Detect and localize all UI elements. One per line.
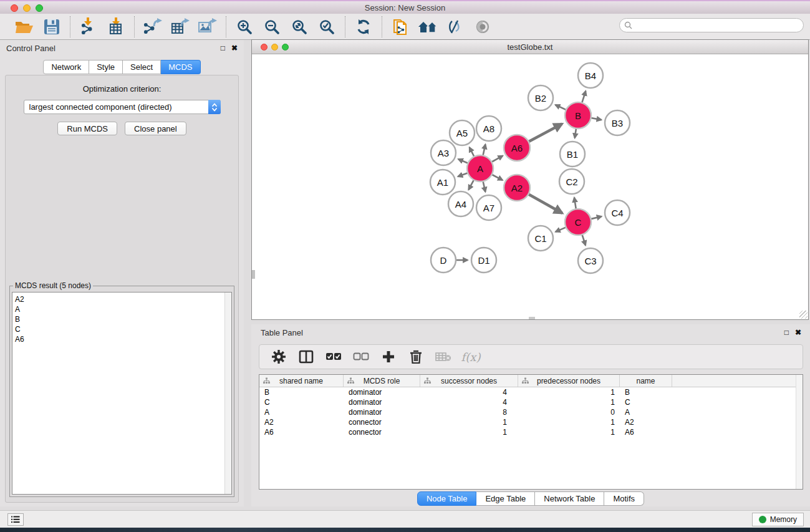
memory-button[interactable]: Memory	[752, 513, 804, 526]
tab-node-table[interactable]: Node Table	[417, 491, 477, 506]
table-row[interactable]: A2connector11A2	[259, 417, 803, 427]
search-box[interactable]	[619, 18, 804, 32]
edge-A6-B[interactable]	[529, 124, 562, 142]
deselect-all-button[interactable]	[352, 347, 370, 366]
column-header-shared-name[interactable]: shared name	[259, 375, 344, 387]
graph-node-B4[interactable]: B4	[578, 63, 603, 88]
column-header-successor-nodes[interactable]: successor nodes	[420, 375, 518, 387]
graph-node-C1[interactable]: C1	[528, 226, 553, 251]
edge-B-B4[interactable]	[582, 91, 586, 103]
tab-select[interactable]: Select	[123, 60, 161, 74]
mcds-result-item[interactable]: B	[15, 314, 231, 324]
column-header-name[interactable]: name	[620, 375, 672, 387]
zoom-fit-button[interactable]	[287, 16, 311, 38]
tab-edge-table[interactable]: Edge Table	[476, 491, 535, 506]
edge-B-B1[interactable]	[575, 128, 576, 138]
edge-B-B2[interactable]	[556, 105, 566, 110]
tab-network-table[interactable]: Network Table	[535, 491, 604, 506]
table-scrollbar[interactable]	[796, 375, 803, 489]
save-session-button[interactable]	[40, 16, 64, 38]
network-window-titlebar[interactable]: testGlobe.txt	[252, 40, 808, 54]
graph-node-A2[interactable]: A2	[504, 175, 530, 201]
edge-B-B3[interactable]	[591, 118, 602, 120]
graph-node-C[interactable]: C	[565, 209, 591, 235]
network-close-button[interactable]	[261, 44, 268, 51]
mcds-result-item[interactable]: A6	[15, 334, 231, 344]
graph-node-A4[interactable]: A4	[448, 191, 473, 216]
graph-node-A8[interactable]: A8	[476, 116, 501, 141]
close-window-button[interactable]	[11, 4, 18, 12]
edge-A-A8[interactable]	[483, 144, 485, 155]
graph-node-A5[interactable]: A5	[450, 120, 475, 145]
split-columns-button[interactable]	[297, 347, 316, 366]
delete-column-button[interactable]	[407, 347, 425, 366]
column-header-MCDS-role[interactable]: MCDS role	[344, 375, 420, 387]
graph-node-C4[interactable]: C4	[605, 200, 630, 225]
graph-node-B1[interactable]: B1	[560, 142, 585, 167]
graph-node-A7[interactable]: A7	[476, 195, 501, 220]
column-header-predecessor-nodes[interactable]: predecessor nodes	[518, 375, 620, 387]
close-panel-button[interactable]: Close panel	[125, 122, 186, 135]
graph-node-C3[interactable]: C3	[578, 248, 603, 273]
task-history-button[interactable]	[7, 513, 24, 526]
mcds-result-item[interactable]: C	[15, 324, 231, 334]
graph-node-D[interactable]: D	[431, 248, 456, 273]
select-all-button[interactable]	[324, 347, 343, 366]
mcds-result-item[interactable]: A	[15, 304, 231, 314]
edge-A2-C[interactable]	[528, 194, 562, 213]
network-zoom-button[interactable]	[282, 44, 289, 51]
zoom-in-button[interactable]	[233, 16, 256, 38]
graph-node-A3[interactable]: A3	[431, 140, 456, 165]
graph-node-B3[interactable]: B3	[605, 110, 630, 135]
open-file-button[interactable]	[12, 16, 36, 38]
edge-C-C3[interactable]	[582, 235, 586, 245]
tab-motifs[interactable]: Motifs	[604, 491, 644, 506]
table-row[interactable]: Bdominator41B	[259, 387, 803, 397]
zoom-selected-button[interactable]	[315, 16, 339, 38]
mcds-result-list[interactable]: A2ABCA6	[12, 292, 232, 495]
network-canvas[interactable]: AA1A2A3A4A5A6A7A8BB1B2B3B4CC1C2C3C4DD1	[252, 54, 808, 319]
graph-node-C2[interactable]: C2	[559, 169, 584, 194]
home-layout-button[interactable]	[416, 16, 440, 38]
refresh-layout-button[interactable]	[352, 16, 375, 38]
graph-node-A6[interactable]: A6	[504, 135, 530, 161]
float-table-panel-icon[interactable]: □	[784, 329, 789, 336]
zoom-out-button[interactable]	[260, 16, 284, 38]
export-network-button[interactable]	[141, 16, 165, 38]
network-resize-grip[interactable]	[799, 311, 808, 319]
tab-style[interactable]: Style	[89, 60, 123, 74]
function-builder-button[interactable]: f(x)	[461, 347, 480, 366]
edge-A-A3[interactable]	[458, 159, 468, 163]
mcds-result-item[interactable]: A2	[15, 294, 231, 304]
hide-graphics-button[interactable]	[443, 16, 467, 38]
network-from-document-button[interactable]	[388, 16, 412, 38]
delete-table-button[interactable]	[434, 347, 453, 366]
tab-mcds[interactable]: MCDS	[161, 60, 200, 74]
export-image-button[interactable]	[196, 16, 219, 38]
show-eye-button[interactable]	[471, 16, 494, 38]
graph-node-B2[interactable]: B2	[528, 85, 553, 110]
graph-node-A[interactable]: A	[467, 155, 493, 181]
add-column-button[interactable]	[379, 347, 398, 366]
edge-A-A5[interactable]	[470, 147, 475, 157]
search-input[interactable]	[635, 20, 803, 31]
import-network-button[interactable]	[77, 16, 100, 38]
edge-A-A4[interactable]	[468, 180, 474, 190]
network-minimize-button[interactable]	[271, 44, 278, 51]
edge-A-A2[interactable]	[492, 175, 503, 180]
table-row[interactable]: Adominator80A	[259, 407, 803, 417]
optimization-criterion-dropdown[interactable]: largest connected component (directed)	[24, 100, 221, 114]
graph-node-A1[interactable]: A1	[430, 170, 455, 195]
edge-C-C1[interactable]	[556, 227, 566, 231]
network-vertical-scrollthumb[interactable]	[252, 270, 255, 279]
minimize-window-button[interactable]	[23, 4, 31, 12]
graph-node-B[interactable]: B	[565, 102, 591, 128]
import-table-button[interactable]	[104, 16, 128, 38]
edge-A-A6[interactable]	[491, 156, 503, 162]
graph-node-D1[interactable]: D1	[471, 248, 496, 273]
settings-gear-button[interactable]	[269, 347, 288, 366]
float-panel-icon[interactable]: □	[221, 44, 225, 52]
table-row[interactable]: A6connector11A6	[259, 427, 803, 437]
result-list-scrollbar[interactable]	[224, 293, 231, 494]
tab-network[interactable]: Network	[43, 60, 89, 74]
